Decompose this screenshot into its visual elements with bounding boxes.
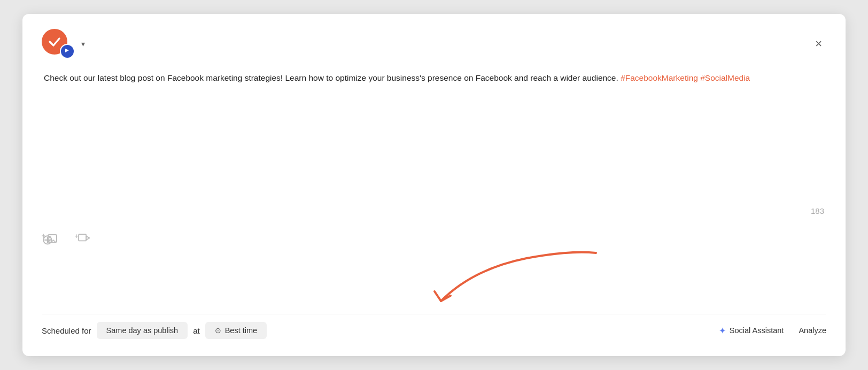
scheduled-for-label: Scheduled for (42, 326, 91, 335)
svg-point-2 (49, 236, 51, 238)
flag-icon (64, 48, 71, 55)
app-logo (42, 29, 75, 59)
social-assistant-label: Social Assistant (730, 326, 784, 335)
logo-area: ▾ (42, 29, 85, 59)
logo-dropdown-arrow[interactable]: ▾ (81, 40, 85, 48)
check-icon (47, 34, 62, 49)
close-button[interactable]: × (811, 36, 826, 52)
best-time-button[interactable]: ⊙ Best time (205, 322, 267, 339)
svg-rect-4 (79, 234, 86, 241)
flag-logo-bg (60, 44, 75, 59)
analyze-button[interactable]: Analyze (799, 326, 826, 335)
post-hashtags: #FacebookMarketing #SocialMedia (621, 73, 750, 82)
add-video-icon: + (75, 230, 91, 246)
post-content-area: Check out our latest blog post on Facebo… (42, 72, 826, 206)
footer-right: ✦ Social Assistant Analyze (719, 326, 826, 336)
add-photo-icon: ⊕ + (42, 230, 58, 246)
modal-header: ▾ × (42, 29, 826, 59)
clock-icon: ⊙ (215, 326, 221, 335)
post-composer-modal: ▾ × Check out our latest blog post on Fa… (22, 14, 846, 356)
arrow-annotation (42, 253, 826, 312)
sparkle-icon: ✦ (719, 326, 726, 336)
svg-text:+: + (42, 232, 45, 240)
post-text-plain: Check out our latest blog post on Facebo… (44, 73, 618, 82)
best-time-label: Best time (225, 326, 257, 335)
svg-text:+: + (75, 233, 78, 240)
same-day-button[interactable]: Same day as publish (97, 322, 188, 339)
media-tools-bar: ⊕ + + (42, 224, 826, 253)
social-assistant-button[interactable]: ✦ Social Assistant (719, 326, 784, 336)
char-count: 183 (42, 206, 826, 224)
add-video-button[interactable]: + (75, 230, 91, 246)
annotation-arrow-svg (355, 248, 612, 312)
add-photo-button[interactable]: ⊕ + (42, 230, 58, 246)
at-label: at (193, 326, 200, 335)
footer-bar: Scheduled for Same day as publish at ⊙ B… (42, 314, 826, 341)
post-text: Check out our latest blog post on Facebo… (44, 72, 824, 85)
